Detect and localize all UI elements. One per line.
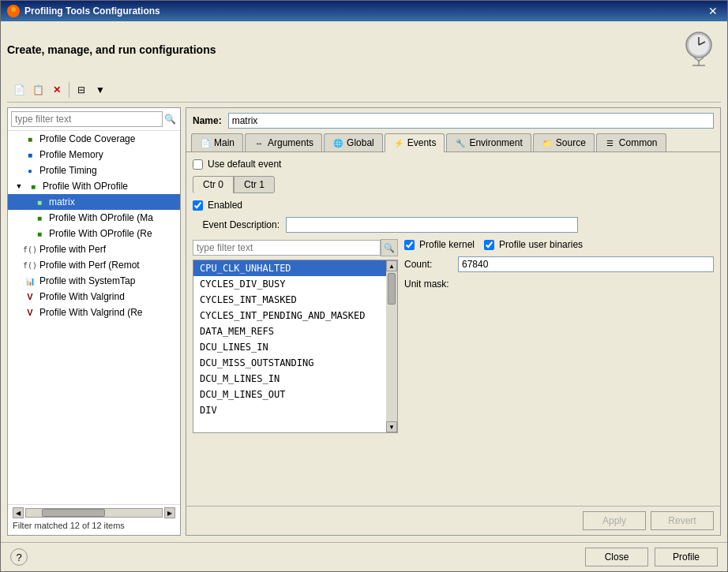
scrollbar-up-button[interactable]: ▲ [386, 260, 397, 271]
apply-button[interactable]: Apply [583, 511, 646, 530]
collapse-all-button[interactable]: ⊟ [73, 81, 90, 99]
event-item-cycles-div-busy[interactable]: CYCLES_DIV_BUSY [193, 276, 386, 292]
revert-button[interactable]: Revert [651, 511, 714, 530]
tree-item-profile-with-oprofile[interactable]: ▼ ■ Profile With OProfile [8, 178, 180, 194]
event-item-data-mem-refs[interactable]: DATA_MEM_REFS [193, 323, 386, 339]
tab-environment[interactable]: 🔧 Environment [446, 133, 531, 151]
toolbar-separator-1 [69, 82, 69, 98]
valgrind-re-icon: V [24, 306, 36, 319]
help-button[interactable]: ? [10, 548, 28, 566]
tree-view: ■ Profile Code Coverage ■ Profile Memory… [8, 131, 180, 504]
scrollbar-thumb [388, 273, 396, 305]
tree-item-profile-memory[interactable]: ■ Profile Memory [8, 147, 180, 163]
filter-input[interactable] [11, 111, 163, 127]
dropdown-icon: ▼ [96, 84, 105, 95]
profile-kernel-checkbox[interactable] [404, 240, 415, 250]
header-title: Create, manage, and run configurations [7, 43, 216, 56]
event-item-dcu-lines-in[interactable]: DCU_LINES_IN [193, 339, 386, 355]
tree-item-profile-with-systemtap[interactable]: 📊 Profile with SystemTap [8, 273, 180, 289]
ctr1-tab[interactable]: Ctr 1 [234, 176, 275, 193]
delete-config-button[interactable]: ✕ [48, 81, 66, 99]
right-panel: Name: 📄 Main ↔ Arguments 🌐 Globa [186, 107, 721, 536]
tab-common[interactable]: ☰ Common [596, 133, 666, 151]
events-right: Profile kernel Profile user binaries Cou… [404, 239, 714, 433]
profile-code-coverage-icon: ■ [24, 133, 36, 145]
ctr0-tab[interactable]: Ctr 0 [193, 176, 234, 193]
horizontal-scrollbar[interactable] [25, 508, 163, 518]
event-item-cycles-int-pending-and-masked[interactable]: CYCLES_INT_PENDING_AND_MASKED [193, 308, 386, 323]
events-tab-icon: ⚡ [393, 137, 404, 148]
tab-main[interactable]: 📄 Main [191, 133, 243, 151]
events-filter-clear-button[interactable]: 🔍 [381, 239, 398, 256]
tabs-bar: 📄 Main ↔ Arguments 🌐 Global ⚡ Events [186, 133, 720, 152]
title-bar: Profiling Tools Configurations ✕ [1, 1, 727, 21]
count-label: Count: [404, 259, 452, 270]
footer-right: Close Profile [585, 548, 718, 566]
tree-item-profile-code-coverage[interactable]: ■ Profile Code Coverage [8, 131, 180, 147]
profile-checkboxes-row: Profile kernel Profile user binaries [404, 239, 714, 250]
tree-item-profile-with-oprofile-ma[interactable]: ■ Profile With OProfile (Ma [8, 210, 180, 226]
left-panel-footer: ◀ ▶ Filter matched 12 of 12 items [8, 504, 180, 535]
tree-item-label: Profile With Valgrind [39, 291, 125, 302]
ctr-tabs: Ctr 0 Ctr 1 [193, 176, 714, 193]
use-default-event-label: Use default event [208, 159, 281, 170]
enabled-checkbox[interactable] [193, 200, 203, 211]
tree-item-profile-with-valgrind[interactable]: V Profile With Valgrind [8, 289, 180, 305]
tab-main-label: Main [214, 137, 235, 148]
enabled-row: Enabled [193, 200, 714, 211]
tree-item-profile-timing[interactable]: ● Profile Timing [8, 163, 180, 178]
event-item-dcu-miss-outstanding[interactable]: DCU_MISS_OUTSTANDING [193, 355, 386, 371]
filter-status: Filter matched 12 of 12 items [13, 518, 175, 533]
tab-global[interactable]: 🌐 Global [324, 133, 383, 151]
profile-user-binaries-label: Profile user binaries [499, 239, 583, 250]
event-item-dcu-m-lines-out[interactable]: DCU_M_LINES_OUT [193, 387, 386, 402]
close-button[interactable]: Close [585, 548, 648, 566]
new-config-button[interactable]: 📄 [10, 81, 28, 99]
use-default-event-checkbox[interactable] [193, 159, 203, 170]
oprofile-icon: ■ [27, 180, 39, 193]
dropdown-button[interactable]: ▼ [92, 81, 109, 99]
tab-source[interactable]: 📁 Source [533, 133, 595, 151]
scrollbar-down-button[interactable]: ▼ [386, 421, 397, 432]
tab-arguments[interactable]: ↔ Arguments [245, 133, 322, 151]
filter-row: 🔍 [8, 108, 180, 131]
name-input[interactable] [228, 113, 714, 129]
count-input[interactable] [458, 256, 714, 272]
main-tab-icon: 📄 [200, 137, 211, 148]
tab-events[interactable]: ⚡ Events [385, 133, 445, 152]
profile-memory-icon: ■ [24, 148, 36, 161]
tree-item-label: Profile Timing [39, 165, 97, 176]
event-item-cpu-clk-unhalted[interactable]: CPU_CLK_UNHALTED [193, 260, 386, 276]
event-item-div[interactable]: DIV [193, 402, 386, 418]
window-footer: ? Close Profile [1, 542, 727, 571]
scroll-right-button[interactable]: ▶ [164, 507, 175, 518]
use-default-event-row: Use default event [193, 159, 714, 170]
duplicate-config-button[interactable]: 📋 [29, 81, 47, 99]
tree-item-label: Profile with Perf (Remot [39, 260, 140, 271]
title-bar-left: Profiling Tools Configurations [7, 5, 160, 17]
name-row: Name: [186, 108, 720, 133]
profile-button[interactable]: Profile [655, 548, 718, 566]
event-description-input[interactable] [286, 217, 578, 233]
event-item-dcu-m-lines-in[interactable]: DCU_M_LINES_IN [193, 371, 386, 387]
events-filter-input[interactable] [193, 240, 381, 256]
close-window-button[interactable]: ✕ [705, 3, 721, 19]
profile-user-binaries-checkbox[interactable] [484, 240, 494, 250]
events-tab-content: Use default event Ctr 0 Ctr 1 [186, 152, 720, 506]
list-scrollbar[interactable]: ▲ ▼ [386, 260, 397, 432]
scrollbar-row: ◀ ▶ [13, 507, 175, 518]
tree-item-label: Profile with SystemTap [39, 275, 135, 286]
tree-item-profile-with-valgrind-re[interactable]: V Profile With Valgrind (Re [8, 305, 180, 320]
tree-item-matrix[interactable]: ■ matrix [8, 194, 180, 210]
tree-item-profile-with-oprofile-re[interactable]: ■ Profile With OProfile (Re [8, 226, 180, 241]
tree-item-profile-with-perf[interactable]: f() Profile with Perf [8, 241, 180, 257]
event-item-cycles-int-masked[interactable]: CYCLES_INT_MASKED [193, 292, 386, 308]
main-body: 🔍 ■ Profile Code Coverage ■ Profile Memo… [7, 107, 721, 536]
tree-item-profile-with-perf-remote[interactable]: f() Profile with Perf (Remot [8, 257, 180, 273]
filter-clear-button[interactable]: 🔍 [163, 112, 177, 126]
events-list-container: 🔍 CPU_CLK_UNHALTED CYCLES_DIV_BUSY CYCLE… [193, 239, 398, 433]
scroll-left-button[interactable]: ◀ [13, 507, 24, 518]
tree-item-label: Profile With OProfile (Re [49, 228, 152, 239]
event-description-row: Event Description: [193, 217, 714, 233]
global-tab-icon: 🌐 [332, 137, 343, 148]
